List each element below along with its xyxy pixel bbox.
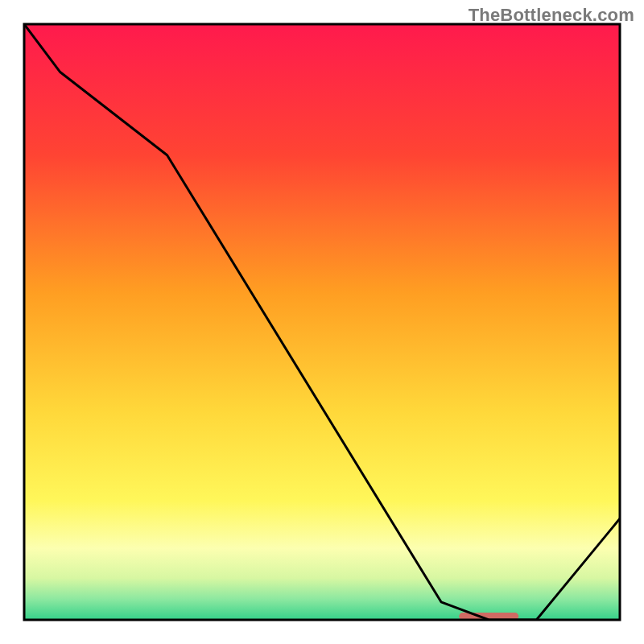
plot-area bbox=[24, 24, 620, 620]
chart-stage: TheBottleneck.com bbox=[0, 0, 644, 644]
chart-svg bbox=[0, 0, 644, 644]
